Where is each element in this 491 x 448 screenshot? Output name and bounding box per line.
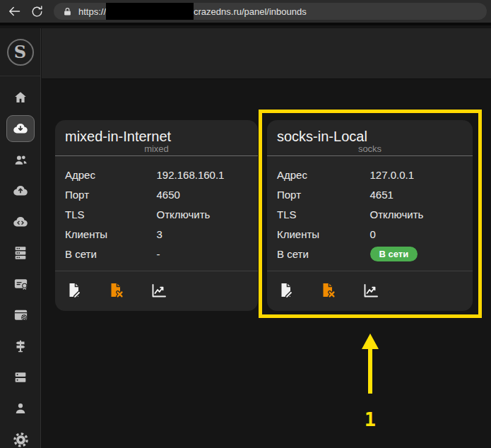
url-redaction-box xyxy=(106,3,194,20)
url-path: crazedns.ru/panel/inbounds xyxy=(194,6,307,17)
cloud-upload-icon xyxy=(6,177,35,204)
edit-inbound-button[interactable] xyxy=(65,281,83,300)
row-value: 4650 xyxy=(157,189,180,201)
server-rack-icon xyxy=(6,364,35,391)
card-actions xyxy=(267,271,473,310)
sidebar-item-servers[interactable] xyxy=(0,237,41,269)
row-value: 127.0.0.1 xyxy=(370,169,415,181)
row-tls: TLS Отключить xyxy=(277,204,463,224)
delete-file-icon xyxy=(108,282,125,299)
card-body: Адрес 192.168.160.1 Порт 4650 TLS Отключ… xyxy=(55,156,258,271)
chart-icon xyxy=(362,282,379,299)
delete-inbound-button[interactable] xyxy=(319,281,338,300)
row-address: Адрес 192.168.160.1 xyxy=(65,165,248,184)
row-label: Порт xyxy=(65,189,157,201)
back-button[interactable] xyxy=(4,2,24,20)
cloud-download-icon xyxy=(6,115,35,142)
sidebar-item-xray[interactable] xyxy=(0,206,41,237)
cloud-code-icon xyxy=(6,208,35,235)
inbound-card-socks: socks-in-Local socks Адрес 127.0.0.1 Пор… xyxy=(267,120,473,311)
edit-file-icon xyxy=(66,282,83,299)
browser-toolbar: https:// crazedns.ru/panel/inbounds xyxy=(0,0,491,23)
row-label: Клиенты xyxy=(65,228,157,240)
row-port: Порт 4651 xyxy=(277,184,463,204)
sidebar-item-inbounds[interactable] xyxy=(0,113,41,144)
annotation-number: 1 xyxy=(359,408,381,430)
sidebar-item-certificates[interactable] xyxy=(0,269,41,300)
gear-icon xyxy=(6,426,35,448)
users-icon xyxy=(6,146,35,173)
row-value: 0 xyxy=(370,228,376,240)
row-clients: Клиенты 3 xyxy=(65,224,248,244)
online-status-badge: В сети xyxy=(370,247,418,261)
row-value: - xyxy=(157,248,160,260)
edit-file-icon xyxy=(278,282,295,299)
card-header: socks-in-Local socks xyxy=(267,120,473,155)
row-address: Адрес 127.0.0.1 xyxy=(277,165,463,184)
sidebar-item-database[interactable] xyxy=(0,362,41,393)
sidebar-item-panel-settings[interactable] xyxy=(0,300,41,331)
sidebar-item-home[interactable] xyxy=(0,82,41,113)
row-label: Адрес xyxy=(65,169,157,181)
lock-icon xyxy=(62,6,73,17)
row-label: Порт xyxy=(277,189,370,201)
sidebar-item-settings[interactable] xyxy=(0,424,41,448)
row-port: Порт 4650 xyxy=(65,184,248,204)
browser-window: https:// crazedns.ru/panel/inbounds S xyxy=(0,0,491,448)
home-icon xyxy=(6,84,35,111)
page-header xyxy=(42,28,491,79)
sidebar-item-account[interactable] xyxy=(0,393,41,424)
row-label: TLS xyxy=(65,208,157,220)
delete-inbound-button[interactable] xyxy=(107,281,126,300)
row-label: Адрес xyxy=(277,169,370,181)
row-value: 4651 xyxy=(370,189,394,201)
logo-container: S xyxy=(0,28,40,76)
chart-icon xyxy=(150,282,167,299)
stats-inbound-button[interactable] xyxy=(150,281,168,300)
server-stack-icon xyxy=(6,240,35,266)
delete-file-icon xyxy=(320,282,337,299)
sidebar-nav xyxy=(0,76,40,448)
row-online: В сети В сети xyxy=(277,244,463,264)
row-value: 192.168.160.1 xyxy=(157,169,225,181)
refresh-icon xyxy=(30,5,44,18)
card-actions xyxy=(55,271,258,310)
row-label: В сети xyxy=(277,248,370,260)
sidebar: S xyxy=(0,28,41,448)
window-gear-icon xyxy=(6,302,35,329)
url-scheme: https:// xyxy=(78,6,106,17)
row-online: В сети - xyxy=(65,244,248,264)
stats-inbound-button[interactable] xyxy=(362,281,380,300)
back-arrow-icon xyxy=(7,4,21,18)
row-clients: Клиенты 0 xyxy=(277,224,463,244)
sidebar-item-routing[interactable] xyxy=(0,331,41,362)
annotation-arrow-line xyxy=(368,349,372,394)
refresh-button[interactable] xyxy=(27,2,47,20)
row-value: 3 xyxy=(157,228,162,240)
user-icon xyxy=(6,395,35,422)
annotation-arrow-head xyxy=(362,334,379,349)
logo-letter: S xyxy=(14,42,26,62)
edit-inbound-button[interactable] xyxy=(277,281,295,300)
row-value: Отключить xyxy=(370,208,424,220)
row-label: TLS xyxy=(277,208,370,220)
row-label: В сети xyxy=(65,248,157,260)
card-body: Адрес 127.0.0.1 Порт 4651 TLS Отключить … xyxy=(267,156,473,271)
row-value: Отключить xyxy=(157,208,211,220)
app-logo: S xyxy=(7,39,34,66)
row-label: Клиенты xyxy=(277,228,370,240)
panel-app: S xyxy=(0,23,491,448)
content-area: mixed-in-Internet mixed Адрес 192.168.16… xyxy=(42,79,491,448)
card-header: mixed-in-Internet mixed xyxy=(55,120,258,155)
inbound-card-mixed: mixed-in-Internet mixed Адрес 192.168.16… xyxy=(55,120,258,311)
row-tls: TLS Отключить xyxy=(65,204,248,224)
certificate-icon xyxy=(6,271,35,297)
signpost-icon xyxy=(6,333,35,360)
sidebar-item-clients[interactable] xyxy=(0,144,41,175)
sidebar-item-outbounds[interactable] xyxy=(0,175,41,206)
address-bar[interactable]: https:// crazedns.ru/panel/inbounds xyxy=(54,3,487,20)
